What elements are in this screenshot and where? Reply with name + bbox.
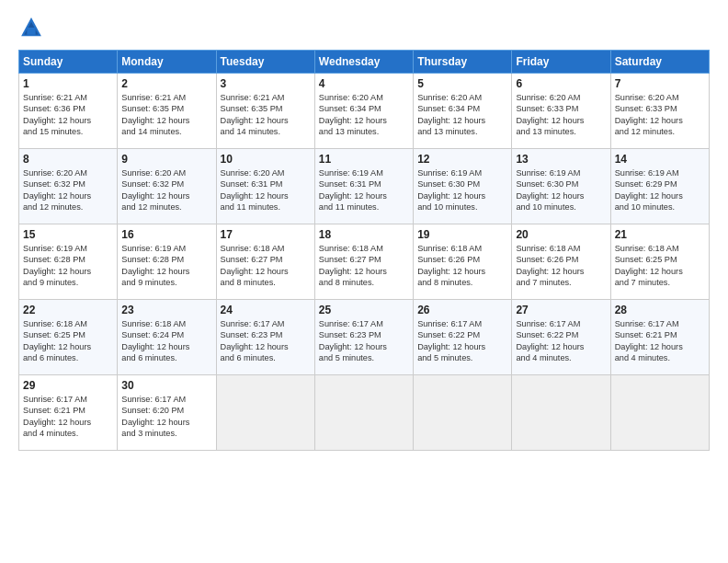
day-info: Sunrise: 6:17 AM Sunset: 6:20 PM Dayligh… (121, 394, 211, 440)
weekday-wednesday: Wednesday (314, 51, 413, 74)
calendar-cell: 9Sunrise: 6:20 AM Sunset: 6:32 PM Daylig… (118, 149, 216, 224)
day-number: 9 (121, 153, 211, 166)
day-info: Sunrise: 6:20 AM Sunset: 6:34 PM Dayligh… (417, 92, 507, 138)
day-number: 16 (121, 228, 211, 241)
day-number: 3 (221, 77, 311, 90)
day-info: Sunrise: 6:21 AM Sunset: 6:35 PM Dayligh… (121, 92, 211, 138)
weekday-friday: Friday (512, 51, 610, 74)
day-info: Sunrise: 6:21 AM Sunset: 6:35 PM Dayligh… (221, 92, 311, 138)
weekday-thursday: Thursday (414, 51, 512, 74)
day-number: 21 (615, 228, 705, 241)
day-info: Sunrise: 6:20 AM Sunset: 6:32 PM Dayligh… (121, 167, 211, 213)
day-number: 20 (516, 228, 606, 241)
calendar-table: SundayMondayTuesdayWednesdayThursdayFrid… (18, 50, 710, 451)
day-info: Sunrise: 6:20 AM Sunset: 6:34 PM Dayligh… (319, 92, 409, 138)
week-row-3: 15Sunrise: 6:19 AM Sunset: 6:28 PM Dayli… (19, 224, 710, 300)
day-number: 6 (516, 77, 606, 90)
day-number: 14 (615, 153, 705, 166)
day-number: 19 (417, 228, 507, 241)
day-info: Sunrise: 6:19 AM Sunset: 6:29 PM Dayligh… (615, 167, 705, 213)
week-row-1: 1Sunrise: 6:21 AM Sunset: 6:36 PM Daylig… (19, 74, 710, 149)
weekday-tuesday: Tuesday (216, 51, 314, 74)
calendar-cell: 24Sunrise: 6:17 AM Sunset: 6:23 PM Dayli… (216, 300, 314, 375)
calendar-cell: 11Sunrise: 6:19 AM Sunset: 6:31 PM Dayli… (314, 149, 413, 224)
day-info: Sunrise: 6:19 AM Sunset: 6:30 PM Dayligh… (516, 167, 606, 213)
day-info: Sunrise: 6:17 AM Sunset: 6:21 PM Dayligh… (23, 394, 113, 440)
day-number: 7 (615, 77, 705, 90)
day-info: Sunrise: 6:18 AM Sunset: 6:27 PM Dayligh… (319, 243, 409, 289)
header (18, 15, 710, 40)
day-number: 18 (319, 228, 409, 241)
calendar-cell: 25Sunrise: 6:17 AM Sunset: 6:23 PM Dayli… (314, 300, 413, 375)
day-number: 13 (516, 153, 606, 166)
day-number: 29 (23, 379, 113, 392)
calendar-cell: 27Sunrise: 6:17 AM Sunset: 6:22 PM Dayli… (512, 300, 610, 375)
day-info: Sunrise: 6:18 AM Sunset: 6:25 PM Dayligh… (23, 318, 113, 364)
day-number: 5 (417, 77, 507, 90)
calendar-cell: 14Sunrise: 6:19 AM Sunset: 6:29 PM Dayli… (610, 149, 709, 224)
day-number: 27 (516, 304, 606, 316)
day-number: 26 (417, 304, 507, 316)
day-info: Sunrise: 6:20 AM Sunset: 6:31 PM Dayligh… (221, 167, 311, 213)
logo-icon (18, 15, 44, 40)
day-info: Sunrise: 6:19 AM Sunset: 6:30 PM Dayligh… (417, 167, 507, 213)
weekday-sunday: Sunday (19, 51, 118, 74)
day-number: 10 (221, 153, 311, 166)
day-number: 22 (23, 304, 113, 316)
day-number: 4 (319, 77, 409, 90)
day-info: Sunrise: 6:19 AM Sunset: 6:28 PM Dayligh… (23, 243, 113, 289)
calendar-cell: 15Sunrise: 6:19 AM Sunset: 6:28 PM Dayli… (19, 224, 118, 300)
day-info: Sunrise: 6:17 AM Sunset: 6:23 PM Dayligh… (221, 318, 311, 364)
day-info: Sunrise: 6:17 AM Sunset: 6:22 PM Dayligh… (516, 318, 606, 364)
calendar-cell: 12Sunrise: 6:19 AM Sunset: 6:30 PM Dayli… (414, 149, 512, 224)
calendar-cell: 7Sunrise: 6:20 AM Sunset: 6:33 PM Daylig… (610, 74, 709, 149)
day-number: 23 (121, 304, 211, 316)
calendar-cell: 10Sunrise: 6:20 AM Sunset: 6:31 PM Dayli… (216, 149, 314, 224)
calendar-cell: 26Sunrise: 6:17 AM Sunset: 6:22 PM Dayli… (414, 300, 512, 375)
day-number: 30 (121, 379, 211, 392)
day-info: Sunrise: 6:17 AM Sunset: 6:21 PM Dayligh… (615, 318, 705, 364)
day-number: 1 (23, 77, 113, 90)
day-number: 15 (23, 228, 113, 241)
calendar-cell: 1Sunrise: 6:21 AM Sunset: 6:36 PM Daylig… (19, 74, 118, 149)
calendar-cell: 8Sunrise: 6:20 AM Sunset: 6:32 PM Daylig… (19, 149, 118, 224)
calendar-cell: 28Sunrise: 6:17 AM Sunset: 6:21 PM Dayli… (610, 300, 709, 375)
calendar-cell: 29Sunrise: 6:17 AM Sunset: 6:21 PM Dayli… (19, 375, 118, 451)
week-row-2: 8Sunrise: 6:20 AM Sunset: 6:32 PM Daylig… (19, 149, 710, 224)
svg-rect-2 (27, 28, 35, 35)
calendar-cell: 19Sunrise: 6:18 AM Sunset: 6:26 PM Dayli… (414, 224, 512, 300)
day-info: Sunrise: 6:19 AM Sunset: 6:28 PM Dayligh… (121, 243, 211, 289)
day-info: Sunrise: 6:18 AM Sunset: 6:27 PM Dayligh… (221, 243, 311, 289)
day-number: 28 (615, 304, 705, 316)
day-info: Sunrise: 6:19 AM Sunset: 6:31 PM Dayligh… (319, 167, 409, 213)
calendar-cell: 16Sunrise: 6:19 AM Sunset: 6:28 PM Dayli… (118, 224, 216, 300)
calendar-cell: 21Sunrise: 6:18 AM Sunset: 6:25 PM Dayli… (610, 224, 709, 300)
day-number: 24 (221, 304, 311, 316)
calendar-cell (216, 375, 314, 451)
calendar-cell: 22Sunrise: 6:18 AM Sunset: 6:25 PM Dayli… (19, 300, 118, 375)
day-info: Sunrise: 6:18 AM Sunset: 6:26 PM Dayligh… (516, 243, 606, 289)
calendar-cell (610, 375, 709, 451)
day-info: Sunrise: 6:17 AM Sunset: 6:23 PM Dayligh… (319, 318, 409, 364)
calendar-cell (512, 375, 610, 451)
calendar-cell: 23Sunrise: 6:18 AM Sunset: 6:24 PM Dayli… (118, 300, 216, 375)
calendar-cell: 30Sunrise: 6:17 AM Sunset: 6:20 PM Dayli… (118, 375, 216, 451)
calendar-cell (314, 375, 413, 451)
calendar-cell: 4Sunrise: 6:20 AM Sunset: 6:34 PM Daylig… (314, 74, 413, 149)
day-number: 2 (121, 77, 211, 90)
calendar-cell: 17Sunrise: 6:18 AM Sunset: 6:27 PM Dayli… (216, 224, 314, 300)
weekday-header-row: SundayMondayTuesdayWednesdayThursdayFrid… (19, 51, 710, 74)
week-row-5: 29Sunrise: 6:17 AM Sunset: 6:21 PM Dayli… (19, 375, 710, 451)
weekday-monday: Monday (118, 51, 216, 74)
logo (18, 15, 50, 40)
day-info: Sunrise: 6:18 AM Sunset: 6:24 PM Dayligh… (121, 318, 211, 364)
day-number: 17 (221, 228, 311, 241)
day-info: Sunrise: 6:20 AM Sunset: 6:33 PM Dayligh… (615, 92, 705, 138)
day-number: 12 (417, 153, 507, 166)
day-info: Sunrise: 6:20 AM Sunset: 6:33 PM Dayligh… (516, 92, 606, 138)
calendar-cell (414, 375, 512, 451)
day-info: Sunrise: 6:18 AM Sunset: 6:26 PM Dayligh… (417, 243, 507, 289)
calendar-cell: 5Sunrise: 6:20 AM Sunset: 6:34 PM Daylig… (414, 74, 512, 149)
day-info: Sunrise: 6:21 AM Sunset: 6:36 PM Dayligh… (23, 92, 113, 138)
page: SundayMondayTuesdayWednesdayThursdayFrid… (0, 0, 728, 460)
